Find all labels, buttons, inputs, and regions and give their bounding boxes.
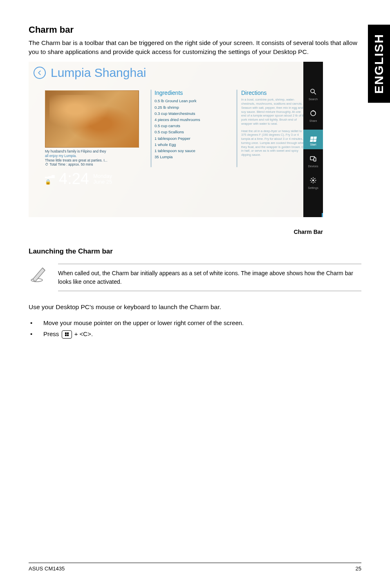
- ingredients-column: Ingredients 0.5 lb Ground Lean pork 0.25…: [155, 90, 224, 160]
- back-icon[interactable]: [34, 67, 46, 79]
- note-text: When called out, the Charm bar initially…: [58, 264, 361, 291]
- note-pen-icon: [29, 264, 48, 285]
- charm-bar-caption: Charm Bar: [29, 229, 323, 235]
- clock-time: 4:24: [59, 170, 89, 188]
- recipe-photo: [45, 90, 139, 148]
- devices-icon: [303, 155, 323, 164]
- footer-page: 25: [356, 566, 361, 572]
- search-icon: [303, 88, 323, 97]
- recipe-caption: My husband's family is Filipino and they…: [45, 149, 139, 167]
- clock-widget: ▂▃▅ 🔒 4:24 Monday June 25: [45, 170, 139, 188]
- use-text: Use your Desktop PC's mouse or keyboard …: [29, 303, 361, 312]
- charm-search[interactable]: Search: [303, 86, 323, 104]
- clock-day: Monday: [93, 173, 112, 179]
- footer-model: ASUS CM1435: [29, 566, 65, 572]
- recipe-title: Lumpia Shanghai: [51, 66, 146, 80]
- svg-line-1: [314, 93, 316, 95]
- settings-icon: [303, 177, 323, 185]
- bullet-mouse: Move your mouse pointer on the upper or …: [29, 317, 361, 328]
- svg-line-11: [311, 178, 312, 179]
- charm-devices[interactable]: Devices: [303, 153, 323, 171]
- language-tab: ENGLISH: [368, 25, 390, 103]
- svg-point-0: [311, 89, 314, 93]
- charm-bar: Search Share Start Devices Settings: [303, 62, 323, 217]
- section-heading: Charm bar: [29, 25, 361, 35]
- directions-column: Directions In a bowl, combine pork, shri…: [241, 90, 307, 157]
- share-icon: [303, 110, 323, 118]
- screenshot-illustration: Lumpia Shanghai My husband's family is F…: [29, 62, 323, 217]
- start-icon: [303, 133, 323, 142]
- charm-share[interactable]: Share: [303, 108, 323, 126]
- subsection-heading: Launching the Charm bar: [29, 247, 361, 256]
- windows-key-icon: [62, 330, 72, 339]
- bullet-keyboard: Press + <C>.: [29, 328, 361, 341]
- charm-start[interactable]: Start: [303, 130, 323, 149]
- clock-date: June 25: [93, 179, 112, 185]
- svg-line-12: [314, 182, 315, 182]
- svg-point-6: [312, 180, 314, 182]
- svg-line-13: [311, 182, 312, 182]
- svg-point-3: [313, 110, 314, 112]
- svg-line-14: [314, 178, 315, 179]
- intro-paragraph: The Charm bar is a toolbar that can be t…: [29, 38, 361, 56]
- svg-rect-5: [314, 158, 316, 161]
- charm-settings[interactable]: Settings: [303, 175, 323, 193]
